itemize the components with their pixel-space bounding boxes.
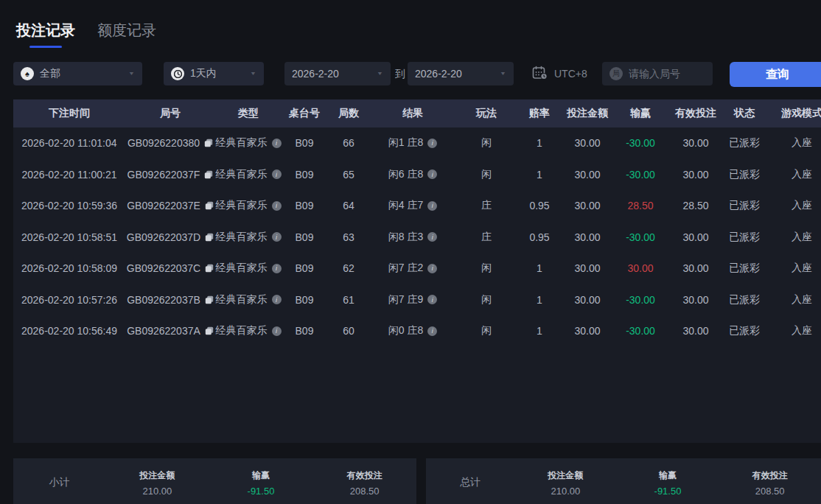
- cell-valid-bet: 30.00: [668, 262, 724, 274]
- cell-game-mode: 入座: [765, 136, 821, 150]
- table-row: 2026-02-20 10:57:26 GB092622037B 经典百家乐 i…: [13, 284, 821, 316]
- table-row: 2026-02-20 10:59:36 GB092622037E 经典百家乐 i…: [13, 190, 821, 222]
- col-game-type: 类型: [215, 107, 282, 120]
- filter-bar: ♠ 全部 ▼ 1天内 ▼ 2026-2-20 ▼ 到 2026-2-20 ▼: [0, 62, 821, 85]
- total-panel: 总计 投注金额 210.00 输赢 -91.50 有效投注 208.50: [426, 458, 821, 504]
- clock-icon: [171, 67, 184, 80]
- cell-table-no: B09: [282, 137, 327, 149]
- chevron-down-icon: ▼: [377, 71, 383, 77]
- info-icon[interactable]: i: [427, 201, 437, 211]
- info-icon[interactable]: i: [272, 232, 282, 242]
- cell-bet-time: 2026-02-20 10:57:26: [13, 294, 125, 306]
- cell-round-no: 65: [327, 169, 370, 181]
- info-icon[interactable]: i: [272, 201, 282, 211]
- cell-round-id: GB092622037F: [125, 169, 215, 181]
- cell-bet-time: 2026-02-20 10:58:09: [13, 262, 125, 274]
- col-game-mode: 游戏模式: [765, 107, 821, 120]
- cell-game-type: 经典百家乐 i: [215, 324, 282, 337]
- cell-win-loss: 28.50: [613, 200, 668, 211]
- cell-valid-bet: 30.00: [668, 325, 724, 337]
- cell-bet-amount: 30.00: [562, 200, 613, 211]
- cell-round-no: 63: [327, 231, 370, 243]
- cell-round-no: 60: [327, 325, 370, 337]
- cell-round-id: GB092622037B: [125, 294, 215, 306]
- cell-round-id: GB092622037A: [125, 325, 215, 337]
- tab-quota-records[interactable]: 额度记录: [97, 21, 156, 48]
- info-icon[interactable]: i: [427, 326, 437, 336]
- cell-win-loss: -30.00: [613, 325, 668, 337]
- col-play: 玩法: [455, 107, 517, 120]
- game-type-value: 全部: [40, 67, 60, 80]
- cell-odds: 0.95: [517, 231, 562, 243]
- table-row: 2026-02-20 11:01:04 GB0926220380 经典百家乐 i…: [13, 127, 821, 159]
- cell-game-mode: 入座: [765, 168, 821, 181]
- info-icon[interactable]: i: [272, 264, 282, 273]
- total-bet-amount: 投注金额 210.00: [514, 469, 617, 497]
- total-valid-bet: 有效投注 208.50: [719, 469, 821, 497]
- info-icon[interactable]: i: [427, 264, 437, 273]
- cell-status: 已派彩: [724, 199, 765, 212]
- info-icon[interactable]: i: [427, 139, 437, 148]
- round-search-input[interactable]: [629, 68, 705, 80]
- cell-status: 已派彩: [724, 168, 765, 181]
- subtotal-bet-amount: 投注金额 210.00: [105, 469, 209, 497]
- cell-result: 闲8 庄3 i: [370, 231, 455, 244]
- info-icon[interactable]: i: [272, 139, 282, 148]
- timezone-label: UTC+8: [554, 68, 587, 80]
- copy-icon[interactable]: [205, 295, 214, 304]
- date-to-picker[interactable]: 2026-2-20 ▼: [408, 62, 514, 85]
- cell-game-type: 经典百家乐 i: [215, 168, 282, 181]
- cell-bet-amount: 30.00: [562, 169, 613, 181]
- cell-bet-amount: 30.00: [562, 294, 613, 306]
- copy-icon[interactable]: [205, 326, 214, 335]
- cell-play: 闲: [455, 136, 517, 150]
- info-icon[interactable]: i: [427, 295, 437, 304]
- cell-win-loss: -30.00: [613, 169, 668, 181]
- cell-result: 闲7 庄2 i: [370, 262, 455, 275]
- col-table-no: 桌台号: [282, 107, 327, 120]
- copy-icon[interactable]: [205, 201, 214, 210]
- cell-win-loss: -30.00: [613, 294, 668, 306]
- info-icon[interactable]: i: [272, 326, 282, 336]
- info-icon[interactable]: i: [272, 295, 282, 304]
- copy-icon[interactable]: [204, 139, 213, 147]
- chevron-down-icon: ▼: [250, 71, 256, 77]
- cell-odds: 0.95: [517, 200, 562, 211]
- table-body: 2026-02-20 11:01:04 GB0926220380 经典百家乐 i…: [13, 127, 821, 347]
- cell-round-id: GB092622037D: [125, 231, 215, 243]
- table-header-row: 下注时间 局号 类型 桌台号 局数 结果 玩法 赔率 投注金额 输赢 有效投注 …: [13, 99, 821, 127]
- cell-game-type: 经典百家乐 i: [215, 293, 282, 307]
- total-win-loss: 输赢 -91.50: [617, 469, 719, 497]
- copy-icon[interactable]: [205, 233, 214, 242]
- time-range-select[interactable]: 1天内 ▼: [164, 62, 264, 85]
- query-button[interactable]: 查询: [730, 62, 821, 87]
- copy-icon[interactable]: [204, 170, 213, 179]
- cell-table-no: B09: [282, 231, 327, 243]
- date-from-picker[interactable]: 2026-2-20 ▼: [284, 62, 391, 85]
- cell-odds: 1: [517, 169, 562, 181]
- table-row: 2026-02-20 10:58:51 GB092622037D 经典百家乐 i…: [13, 222, 821, 253]
- cell-round-no: 66: [327, 137, 370, 149]
- cell-win-loss: -30.00: [613, 231, 668, 243]
- info-icon[interactable]: i: [427, 232, 437, 242]
- cell-odds: 1: [517, 294, 562, 306]
- total-label: 总计: [426, 476, 514, 489]
- cell-play: 闲: [455, 324, 517, 337]
- cell-game-type: 经典百家乐 i: [215, 231, 282, 244]
- copy-icon[interactable]: [205, 264, 214, 273]
- cell-table-no: B09: [282, 200, 327, 211]
- cell-round-no: 62: [327, 262, 370, 274]
- tab-betting-records[interactable]: 投注记录: [16, 21, 75, 48]
- cell-valid-bet: 30.00: [668, 231, 724, 243]
- game-type-select[interactable]: ♠ 全部 ▼: [13, 62, 142, 85]
- col-odds: 赔率: [517, 107, 562, 120]
- cell-bet-time: 2026-02-20 11:01:04: [13, 137, 125, 149]
- subtotal-label: 小计: [13, 476, 105, 489]
- info-icon[interactable]: i: [427, 169, 437, 179]
- col-win-loss: 输赢: [613, 107, 668, 120]
- cell-result: 闲0 庄8 i: [370, 324, 455, 337]
- cell-game-mode: 入座: [765, 293, 821, 307]
- info-icon[interactable]: i: [272, 169, 282, 179]
- cell-status: 已派彩: [724, 324, 765, 337]
- betting-records-table: 下注时间 局号 类型 桌台号 局数 结果 玩法 赔率 投注金额 输赢 有效投注 …: [13, 99, 821, 443]
